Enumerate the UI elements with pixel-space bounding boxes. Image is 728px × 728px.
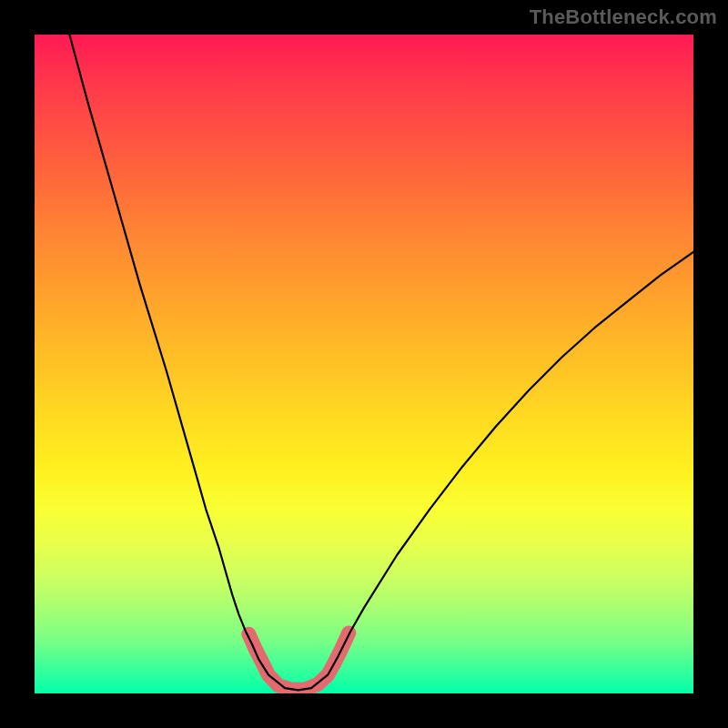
chart-svg — [35, 35, 693, 693]
black-v-curve — [69, 35, 693, 690]
pink-highlight-curve — [248, 632, 349, 689]
watermark-label: TheBottleneck.com — [530, 5, 717, 29]
frame: TheBottleneck.com — [0, 0, 728, 728]
gradient-plot-area — [35, 35, 693, 693]
